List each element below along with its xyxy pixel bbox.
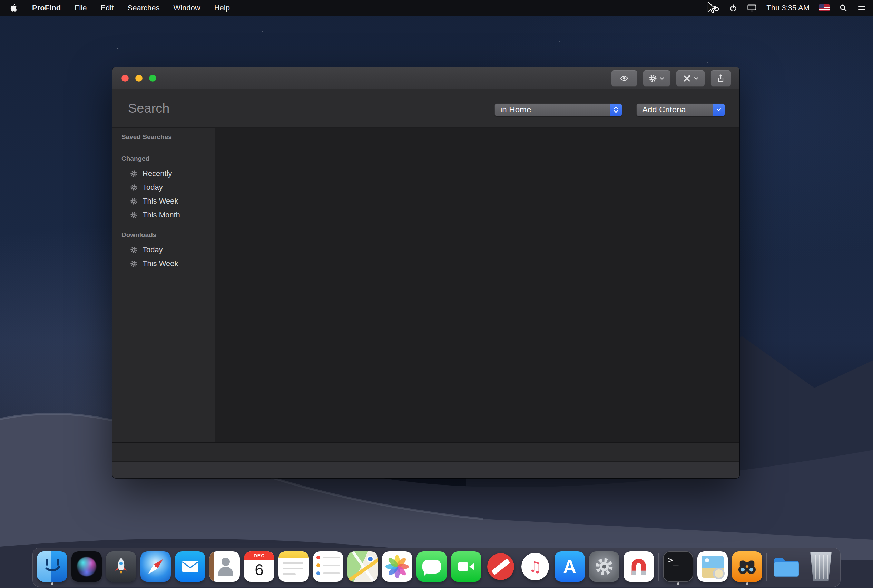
preview-icon — [698, 551, 728, 582]
dock-item-calendar[interactable]: DEC 6 — [244, 549, 274, 585]
sidebar-section-downloads: Downloads — [122, 231, 214, 240]
dock-item-terminal[interactable]: >_ — [663, 549, 693, 585]
spotlight-search-icon[interactable] — [839, 4, 848, 12]
actions-gear-button[interactable] — [643, 70, 670, 87]
power-icon[interactable] — [729, 4, 737, 12]
chevron-down-icon — [694, 76, 699, 81]
sidebar-item-changed-recently[interactable]: Recently — [112, 166, 214, 180]
finder-icon — [37, 551, 67, 582]
close-button[interactable] — [122, 75, 129, 82]
dock-item-finder[interactable] — [37, 549, 67, 585]
sidebar-item-downloads-this-week[interactable]: This Week — [112, 257, 214, 270]
page-title: Search — [128, 101, 170, 116]
menu-bar-clock[interactable]: Thu 3:35 AM — [766, 3, 810, 12]
dock-separator — [766, 553, 767, 582]
smart-search-gear-icon — [130, 170, 137, 177]
footer-bar — [112, 461, 740, 478]
dock-item-downloads[interactable] — [771, 549, 802, 585]
notification-center-icon[interactable] — [857, 4, 866, 12]
dock-item-preview[interactable] — [698, 549, 728, 585]
smart-search-gear-icon — [130, 246, 137, 254]
dock-item-launchpad[interactable] — [106, 549, 136, 585]
dock-item-no-entry[interactable] — [486, 549, 516, 585]
dock-item-notes[interactable] — [279, 549, 309, 585]
dock-item-facetime[interactable] — [451, 549, 482, 585]
trash-icon — [809, 552, 833, 581]
dock-item-maps[interactable] — [348, 549, 378, 585]
us-flag-icon[interactable] — [819, 4, 830, 11]
dock-item-itunes[interactable]: ♫ — [520, 549, 550, 585]
apple-menu[interactable] — [0, 0, 25, 15]
dock-item-magnet[interactable] — [624, 549, 654, 585]
music-note-glyph: ♫ — [529, 558, 542, 575]
smart-search-gear-icon — [130, 260, 137, 267]
share-button[interactable] — [711, 70, 731, 87]
calendar-day: 6 — [244, 560, 274, 579]
saved-searches-sidebar: Saved Searches Changed Recently Today Th… — [112, 128, 215, 442]
tools-button[interactable] — [676, 70, 705, 87]
sidebar-item-changed-today[interactable]: Today — [112, 180, 214, 194]
sidebar-item-changed-this-month[interactable]: This Month — [112, 208, 214, 222]
sidebar-item-label: Today — [142, 245, 163, 254]
scope-popup[interactable]: in Home — [495, 103, 622, 116]
dock-item-photos[interactable] — [382, 549, 412, 585]
dock-item-contacts[interactable] — [210, 549, 240, 585]
no-entry-icon — [487, 553, 514, 580]
calendar-icon: DEC 6 — [244, 551, 274, 582]
maps-icon — [348, 551, 378, 582]
dock-item-safari[interactable] — [141, 549, 171, 585]
traffic-lights — [122, 75, 156, 82]
popup-chevron-icon — [713, 104, 724, 116]
app-menu-profind[interactable]: ProFind — [25, 3, 68, 12]
window-toolbar — [611, 70, 731, 87]
sidebar-item-label: This Week — [142, 197, 178, 206]
status-bar — [112, 442, 740, 462]
dock-item-siri[interactable] — [71, 549, 102, 585]
facetime-icon — [451, 551, 482, 582]
menu-searches[interactable]: Searches — [120, 3, 166, 12]
window-titlebar[interactable] — [112, 67, 740, 90]
messages-icon — [417, 551, 447, 582]
minimize-button[interactable] — [135, 75, 142, 82]
downloads-folder-icon — [771, 551, 802, 582]
dock-item-trash[interactable] — [806, 549, 836, 585]
smart-search-gear-icon — [130, 198, 137, 205]
menu-bar-status-area: Thu 3:35 AM — [710, 0, 873, 15]
display-icon[interactable] — [747, 4, 757, 12]
sidebar-title: Saved Searches — [122, 132, 214, 141]
menu-bar: ProFind File Edit Searches Window Help T… — [0, 0, 873, 15]
dock-item-mail[interactable] — [175, 549, 205, 585]
notes-icon — [279, 551, 309, 582]
dock-item-messages[interactable] — [417, 549, 447, 585]
contacts-icon — [210, 551, 240, 582]
mouse-pointer — [706, 2, 717, 14]
menu-window[interactable]: Window — [166, 3, 207, 12]
preview-eye-button[interactable] — [611, 70, 638, 87]
sidebar-item-label: Recently — [142, 169, 172, 178]
terminal-icon: >_ — [663, 551, 693, 582]
menu-file[interactable]: File — [68, 3, 93, 12]
zoom-button[interactable] — [149, 75, 156, 82]
search-header: Search in Home Add Criteria — [112, 89, 740, 128]
sidebar-item-label: Today — [142, 183, 163, 192]
smart-search-gear-icon — [130, 212, 137, 219]
running-indicator — [746, 582, 748, 585]
sidebar-item-downloads-today[interactable]: Today — [112, 243, 214, 257]
terminal-prompt: >_ — [668, 555, 678, 565]
sidebar-item-changed-this-week[interactable]: This Week — [112, 194, 214, 208]
add-criteria-popup[interactable]: Add Criteria — [636, 103, 725, 116]
menu-help[interactable]: Help — [207, 3, 237, 12]
dock-item-app-store[interactable]: A — [555, 549, 585, 585]
add-criteria-label: Add Criteria — [637, 105, 713, 115]
results-area — [215, 128, 740, 442]
running-indicator — [51, 582, 54, 585]
dock-item-reminders[interactable] — [313, 549, 344, 585]
dock-item-profind[interactable] — [732, 549, 762, 585]
dock-item-system-preferences[interactable] — [589, 549, 620, 585]
reminders-icon — [313, 551, 344, 582]
sidebar-item-label: This Week — [142, 259, 178, 268]
safari-icon — [141, 551, 171, 582]
menu-edit[interactable]: Edit — [94, 3, 121, 12]
chevron-down-icon — [659, 76, 664, 81]
calendar-month: DEC — [244, 551, 274, 560]
